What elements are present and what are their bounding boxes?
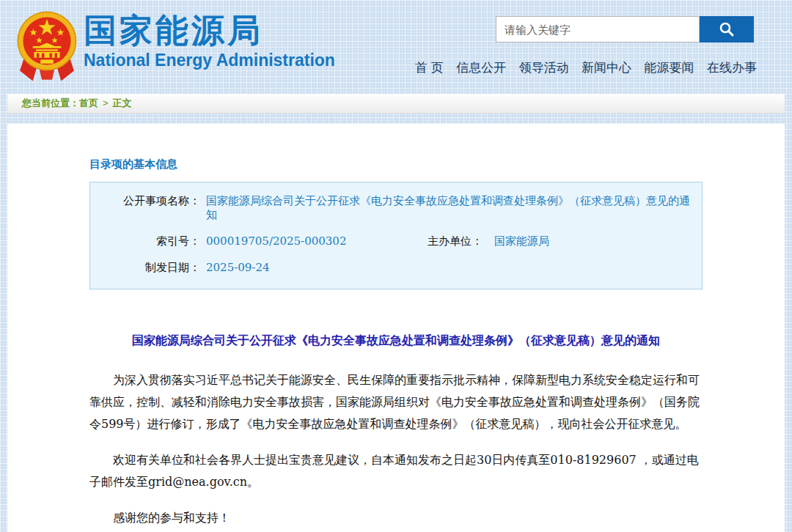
public-item-name-label: 公开事项名称： bbox=[90, 194, 200, 222]
national-emblem-logo bbox=[15, 9, 79, 84]
site-header: 国家能源局 National Energy Administration 首 页… bbox=[0, 0, 792, 94]
main-nav: 首 页 信息公开 领导活动 新闻中心 能源要闻 在线办事 bbox=[415, 59, 757, 76]
index-number-label: 索引号： bbox=[90, 234, 200, 248]
nav-item-news-center[interactable]: 新闻中心 bbox=[582, 59, 631, 76]
breadcrumb-prefix: 您当前位置： bbox=[22, 97, 79, 108]
issue-date-value: 2025-09-24 bbox=[206, 261, 269, 275]
breadcrumb: 您当前位置：首页>正文 bbox=[7, 94, 785, 114]
breadcrumb-home-link[interactable]: 首页 bbox=[79, 97, 98, 108]
site-brand: 国家能源局 National Energy Administration bbox=[84, 12, 335, 70]
info-row-name: 公开事项名称： 国家能源局综合司关于公开征求《电力安全事故应急处置和调查处理条例… bbox=[90, 194, 694, 222]
article-title: 国家能源局综合司关于公开征求《电力安全事故应急处置和调查处理条例》（征求意见稿）… bbox=[89, 333, 703, 349]
nav-item-energy-highlights[interactable]: 能源要闻 bbox=[645, 59, 694, 76]
article-paragraph: 感谢您的参与和支持！ bbox=[89, 507, 703, 529]
index-number-value: 000019705/2025-000302 bbox=[206, 234, 346, 248]
article-body: 为深入贯彻落实习近平总书记关于能源安全、民生保障的重要指示批示精神，保障新型电力… bbox=[89, 369, 703, 529]
main-content: 目录项的基本信息 公开事项名称： 国家能源局综合司关于公开征求《电力安全事故应急… bbox=[7, 124, 785, 532]
host-org-label: 主办单位： bbox=[417, 234, 483, 248]
issue-date-label: 制发日期： bbox=[90, 261, 200, 275]
public-item-name-value[interactable]: 国家能源局综合司关于公开征求《电力安全事故应急处置和调查处理条例》（征求意见稿）… bbox=[206, 194, 694, 222]
host-org-value[interactable]: 国家能源局 bbox=[494, 234, 549, 248]
article-paragraph: 欢迎有关单位和社会各界人士提出宝贵意见建议，自本通知发布之日起30日内传真至01… bbox=[89, 449, 703, 493]
site-title: 国家能源局 bbox=[84, 12, 335, 50]
search-icon bbox=[718, 21, 736, 38]
catalog-info-box: 公开事项名称： 国家能源局综合司关于公开征求《电力安全事故应急处置和调查处理条例… bbox=[89, 182, 703, 289]
nav-item-leadership[interactable]: 领导活动 bbox=[519, 59, 569, 76]
site-subtitle: National Energy Administration bbox=[84, 51, 335, 70]
breadcrumb-current: 正文 bbox=[113, 97, 132, 108]
info-row-date: 制发日期： 2025-09-24 bbox=[90, 261, 694, 275]
catalog-info-heading: 目录项的基本信息 bbox=[89, 158, 703, 171]
nav-item-info-disclosure[interactable]: 信息公开 bbox=[456, 59, 506, 76]
nav-item-home[interactable]: 首 页 bbox=[415, 59, 444, 76]
article-paragraph: 为深入贯彻落实习近平总书记关于能源安全、民生保障的重要指示批示精神，保障新型电力… bbox=[89, 369, 703, 435]
breadcrumb-separator: > bbox=[103, 97, 109, 108]
info-row-index-org: 索引号： 000019705/2025-000302 主办单位： 国家能源局 bbox=[90, 234, 694, 248]
search-input[interactable] bbox=[496, 16, 700, 43]
search-bar bbox=[496, 16, 754, 43]
search-button[interactable] bbox=[700, 16, 754, 43]
nav-item-online-services[interactable]: 在线办事 bbox=[707, 59, 757, 76]
